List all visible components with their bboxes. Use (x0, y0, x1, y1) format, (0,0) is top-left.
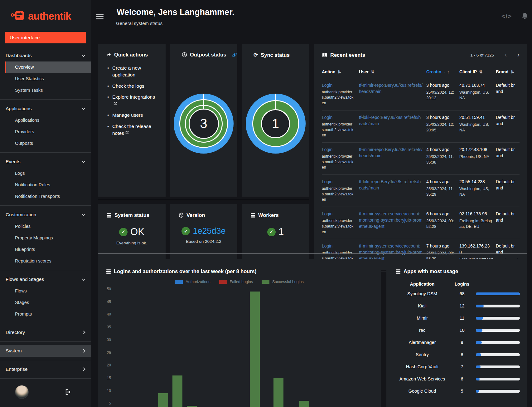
sidebar-group-flows-and-stages[interactable]: Flows and Stages (0, 273, 91, 285)
event-date: 25/03/2024, 11:35:29 (426, 186, 456, 197)
sidebar-group-events[interactable]: Events (0, 156, 91, 168)
apps-col-application: Application (396, 282, 449, 287)
apps-usage-row: Google Cloud5 (396, 385, 520, 397)
event-ip: 92.116.178.95 (459, 211, 487, 216)
system-status-value: OK (130, 226, 144, 238)
sidebar-item-flows[interactable]: Flows (0, 285, 91, 297)
chart-bar-successful-logins (172, 375, 182, 407)
quick-action-item: Create a new application (106, 65, 157, 79)
event-action-link[interactable]: Login (322, 243, 332, 248)
chart-bar-successful-logins (187, 406, 197, 407)
event-action-link[interactable]: Login (322, 147, 332, 152)
app-usage-progress-bar (476, 329, 520, 332)
sidebar-footer (0, 385, 91, 399)
events-column-header[interactable]: Creatio...↑ (426, 67, 459, 78)
app-logins-count: 7 (449, 364, 475, 370)
sidebar-item-notification-transports[interactable]: Notification Transports (0, 191, 91, 202)
event-brand: Default brand (496, 243, 515, 255)
quick-action-link[interactable]: Manage users (112, 112, 143, 118)
chart-bar-successful-logins (158, 393, 168, 407)
sidebar-item-outposts[interactable]: Outposts (0, 138, 91, 149)
sidebar-group-applications[interactable]: Applications (0, 103, 91, 115)
outpost-status-card: Outpost status 3 (170, 44, 237, 197)
notifications-bell-icon[interactable] (521, 12, 528, 20)
apps-usage-row: Kiali12 (396, 300, 520, 312)
quick-action-link[interactable]: Check the logs (112, 83, 144, 89)
event-date: 25/03/2024, 12:20:05 (426, 122, 456, 133)
sidebar-group-label: Enterprise (6, 366, 28, 372)
sidebar-item-property-mappings[interactable]: Property Mappings (0, 232, 91, 244)
sidebar-group-system[interactable]: System (0, 345, 91, 357)
hamburger-menu-icon[interactable] (96, 14, 104, 21)
event-user-link[interactable]: tf-mimir-system:serviceaccount:monitorin… (359, 211, 423, 228)
y-axis-tick: 40 (100, 312, 111, 316)
event-context: authentik.providers.oauth2.views.token (322, 154, 355, 170)
sidebar-item-overview[interactable]: Overview (5, 61, 91, 73)
pagination-label: 1 - 6 of 7125 (470, 53, 494, 57)
event-user-link[interactable]: tf-mimir-system:serviceaccount:monitorin… (359, 243, 423, 261)
event-brand: Default brand (496, 179, 515, 190)
outpost-icon (182, 52, 187, 57)
sidebar-nav: DashboardsOverviewUser StatisticsSystem … (0, 50, 91, 379)
sidebar-divider (0, 205, 91, 206)
quick-action-link[interactable]: Check the release notes (112, 124, 151, 136)
sidebar-item-notification-rules[interactable]: Notification Rules (0, 179, 91, 191)
event-user-link[interactable]: tf-mimir-repo:BeryJu/k8s:ref:refs/heads/… (359, 147, 423, 158)
event-brand: Default brand (496, 147, 515, 158)
server-icon (396, 269, 401, 274)
event-action-link[interactable]: Login (322, 211, 332, 216)
event-context: authentik.providers.oauth2.views.token (322, 90, 355, 106)
event-action-link[interactable]: Login (322, 83, 332, 88)
events-column-header[interactable]: User⇅ (359, 67, 426, 78)
pagination-prev-icon[interactable]: ‹ (505, 51, 507, 59)
sidebar-item-blueprints[interactable]: Blueprints (0, 244, 91, 255)
events-column-header[interactable]: Action⇅ (322, 67, 359, 78)
quick-action-link[interactable]: Create a new application (112, 65, 141, 77)
sidebar-group-directory[interactable]: Directory (0, 326, 91, 338)
app-usage-progress-bar (476, 305, 520, 307)
sidebar-item-policies[interactable]: Policies (0, 221, 91, 232)
sidebar-group-customization[interactable]: Customization (0, 209, 91, 221)
event-time: 7 hours ago (426, 243, 449, 248)
sort-icon: ⇅ (338, 70, 341, 74)
event-action-link[interactable]: Login (322, 179, 332, 184)
sidebar-item-reputation-scores[interactable]: Reputation scores (0, 255, 91, 267)
apps-usage-row: Alertmanager9 (396, 336, 520, 349)
event-action-link[interactable]: Login (322, 115, 332, 120)
app-usage-progress-bar (476, 292, 520, 295)
event-location: Phoenix, US, NA (459, 154, 492, 159)
sidebar-group-label: Events (6, 159, 20, 164)
sidebar-divider (0, 378, 91, 379)
event-user-link[interactable]: tf-mimir-repo:BeryJu/k8s:ref:refs/heads/… (359, 83, 423, 94)
avatar[interactable] (15, 385, 29, 399)
sidebar-item-prompts[interactable]: Prompts (0, 308, 91, 320)
event-user-link[interactable]: tf-loki-repo:BeryJu/k8s:ref:refs/heads/m… (359, 115, 421, 126)
events-column-header[interactable]: Brand⇅ (496, 67, 520, 78)
link-icon[interactable] (232, 52, 237, 57)
sidebar-group-enterprise[interactable]: Enterprise (0, 363, 91, 375)
server-icon (250, 213, 255, 218)
logins-chart-card: Logins and authorizations over the last … (98, 259, 381, 407)
apps-usage-title: Apps with most usage (404, 268, 458, 274)
sidebar-group-dashboards[interactable]: Dashboards (0, 50, 91, 61)
sidebar-item-system-tasks[interactable]: System Tasks (0, 85, 91, 96)
version-value[interactable]: 1e25d3e (193, 226, 225, 236)
sidebar-item-logs[interactable]: Logs (0, 168, 91, 179)
app-name: Kiali (396, 303, 449, 309)
sign-out-icon[interactable] (65, 389, 72, 395)
sidebar-item-stages[interactable]: Stages (0, 297, 91, 308)
logo-text: authentik (28, 10, 71, 22)
quick-action-link[interactable]: Explore integrations (112, 94, 155, 100)
events-column-header[interactable]: Client IP⇅ (459, 67, 496, 78)
sidebar-divider (0, 341, 91, 342)
api-code-icon[interactable]: </> (501, 12, 512, 20)
sidebar-item-applications[interactable]: Applications (0, 115, 91, 126)
user-interface-button[interactable]: User interface (5, 32, 86, 43)
sidebar-item-user-statistics[interactable]: User Statistics (0, 73, 91, 85)
pagination-next-icon[interactable]: › (517, 51, 520, 59)
chevron-down-icon (82, 53, 85, 57)
sidebar-item-providers[interactable]: Providers (0, 126, 91, 138)
event-user-link[interactable]: tf-loki-repo:BeryJu/k8s:ref:refs/heads/m… (359, 179, 421, 190)
event-ip: 20.172.43.108 (459, 147, 487, 152)
app-logins-count: 10 (449, 327, 475, 333)
